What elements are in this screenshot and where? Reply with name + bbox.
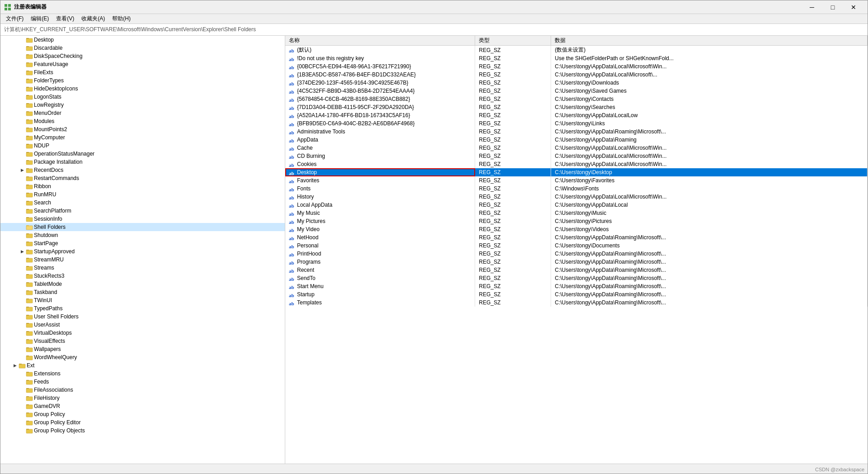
tree-item[interactable]: Shutdown — [0, 231, 285, 239]
tree-item[interactable]: MyComputer — [0, 133, 285, 142]
tree-item[interactable]: Search — [0, 199, 285, 207]
tree-item[interactable]: RecentDocs — [0, 166, 285, 174]
menu-item[interactable]: 收藏夹(A) — [78, 14, 108, 24]
table-row[interactable]: ab !Do not use this registry keyREG_SZUs… — [285, 54, 868, 62]
tree-item[interactable]: Group Policy Objects — [0, 427, 285, 435]
tree-item[interactable]: FileHistory — [0, 394, 285, 402]
tree-item[interactable]: TypedPaths — [0, 304, 285, 313]
cell-type: REG_SZ — [475, 128, 551, 136]
tree-arrow — [19, 231, 26, 239]
tree-item[interactable]: StuckRects3 — [0, 272, 285, 280]
table-row[interactable]: ab FavoritesREG_SZC:\Users\tongy\Favorit… — [285, 176, 868, 185]
menu-item[interactable]: 编辑(E) — [27, 14, 52, 24]
tree-item[interactable]: Group Policy — [0, 410, 285, 418]
table-row[interactable]: ab My VideoREG_SZC:\Users\tongy\Videos — [285, 225, 868, 233]
maximize-button[interactable]: □ — [822, 0, 843, 14]
table-row[interactable]: ab ProgramsREG_SZC:\Users\tongy\AppData\… — [285, 258, 868, 266]
table-row[interactable]: ab HistoryREG_SZC:\Users\tongy\AppData\L… — [285, 193, 868, 201]
tree-item[interactable]: Wallpapers — [0, 345, 285, 353]
tree-item[interactable]: VirtualDesktops — [0, 329, 285, 337]
table-row[interactable]: ab SendToREG_SZC:\Users\tongy\AppData\Ro… — [285, 274, 868, 282]
menu-item[interactable]: 帮助(H) — [108, 14, 134, 24]
table-row[interactable]: ab {1B3EA5DC-B587-4786-B4EF-BD1DC332AEAE… — [285, 71, 868, 79]
tree-item[interactable]: LowRegistry — [0, 101, 285, 109]
table-row[interactable]: ab NetHoodREG_SZC:\Users\tongy\AppData\R… — [285, 233, 868, 242]
table-row[interactable]: ab TemplatesREG_SZC:\Users\tongy\AppData… — [285, 299, 868, 307]
tree-item[interactable]: SessionInfo — [0, 215, 285, 223]
tree-item[interactable]: StartupApproved — [0, 247, 285, 256]
tree-item[interactable]: Modules — [0, 117, 285, 125]
table-row[interactable]: ab Local AppDataREG_SZC:\Users\tongy\App… — [285, 201, 868, 209]
table-row[interactable]: ab PrintHoodREG_SZC:\Users\tongy\AppData… — [285, 250, 868, 258]
tree-item[interactable]: Shell Folders — [0, 223, 285, 231]
tree-item[interactable]: WordWheelQuery — [0, 353, 285, 361]
table-row[interactable]: ab {56784854-C6CB-462B-8169-88E350ACB882… — [285, 95, 868, 103]
table-row[interactable]: ab RecentREG_SZC:\Users\tongy\AppData\Ro… — [285, 266, 868, 274]
table-row[interactable]: ab CacheREG_SZC:\Users\tongy\AppData\Loc… — [285, 144, 868, 152]
table-row[interactable]: ab StartupREG_SZC:\Users\tongy\AppData\R… — [285, 290, 868, 299]
table-row[interactable]: ab Start MenuREG_SZC:\Users\tongy\AppDat… — [285, 282, 868, 290]
tree-label: LowRegistry — [34, 102, 64, 108]
table-row[interactable]: ab CookiesREG_SZC:\Users\tongy\AppData\L… — [285, 160, 868, 168]
tree-item[interactable]: Taskband — [0, 288, 285, 296]
tree-item[interactable]: OperationStatusManager — [0, 150, 285, 158]
tree-item[interactable]: TabletMode — [0, 280, 285, 288]
table-row[interactable]: ab My PicturesREG_SZC:\Users\tongy\Pictu… — [285, 217, 868, 225]
table-row[interactable]: ab CD BurningREG_SZC:\Users\tongy\AppDat… — [285, 152, 868, 160]
table-row[interactable]: ab PersonalREG_SZC:\Users\tongy\Document… — [285, 242, 868, 250]
table-row[interactable]: ab My MusicREG_SZC:\Users\tongy\Music — [285, 209, 868, 217]
table-row[interactable]: ab {4C5C32FF-BB9D-43B0-B5B4-2D72E54EAAA4… — [285, 87, 868, 95]
tree-item[interactable]: StreamMRU — [0, 256, 285, 264]
tree-item[interactable]: User Shell Folders — [0, 313, 285, 321]
folder-icon — [26, 207, 33, 214]
tree-item[interactable]: FileAssociations — [0, 386, 285, 394]
tree-item[interactable]: Feeds — [0, 378, 285, 386]
cell-data: C:\Users\tongy\AppData\Roaming\Microsoft… — [551, 258, 868, 266]
close-button[interactable]: ✕ — [843, 0, 864, 14]
tree-item[interactable]: Ribbon — [0, 182, 285, 190]
table-row[interactable]: ab {374DE290-123F-4565-9164-39C4925E467B… — [285, 79, 868, 87]
tree-item[interactable]: LogonStats — [0, 93, 285, 101]
value-name: {56784854-C6CB-462B-8169-88E350ACB882} — [297, 96, 410, 102]
table-row[interactable]: ab AppDataREG_SZC:\Users\tongy\AppData\R… — [285, 136, 868, 144]
registry-tree[interactable]: Desktop Discardable DiskSpaceChecking Fe… — [0, 36, 285, 464]
menu-item[interactable]: 查看(V) — [52, 14, 78, 24]
svg-rect-103 — [26, 307, 33, 311]
tree-item[interactable]: RunMRU — [0, 190, 285, 199]
menu-item[interactable]: 文件(F) — [2, 14, 27, 24]
value-name: Personal — [297, 242, 318, 249]
tree-item[interactable]: StartPage — [0, 239, 285, 247]
tree-item[interactable]: SearchPlatform — [0, 207, 285, 215]
tree-item[interactable]: NDUP — [0, 142, 285, 150]
tree-item[interactable]: VisualEffects — [0, 337, 285, 345]
tree-item[interactable]: FolderTypes — [0, 76, 285, 85]
tree-item[interactable]: Discardable — [0, 44, 285, 52]
tree-item[interactable]: HideDesktopIcons — [0, 85, 285, 93]
table-row[interactable]: ab (默认)REG_SZ(数值未设置) — [285, 46, 868, 55]
table-row[interactable]: ab FontsREG_SZC:\Windows\Fonts — [285, 185, 868, 193]
table-row[interactable]: ab DesktopREG_SZC:\Users\tongy\Desktop — [285, 168, 868, 176]
tree-item[interactable]: TWinUI — [0, 296, 285, 304]
table-row[interactable]: ab {00BCFC5A-ED94-4E48-96A1-3F6217F21990… — [285, 62, 868, 71]
tree-item[interactable]: Streams — [0, 264, 285, 272]
tree-item[interactable]: Group Policy Editor — [0, 418, 285, 427]
tree-item[interactable]: MenuOrder — [0, 109, 285, 117]
tree-item[interactable]: UserAssist — [0, 321, 285, 329]
tree-item[interactable]: Package Installation — [0, 158, 285, 166]
minimize-button[interactable]: ─ — [802, 0, 822, 14]
tree-item[interactable]: MountPoints2 — [0, 125, 285, 133]
tree-item[interactable]: DiskSpaceChecking — [0, 52, 285, 60]
tree-arrow — [19, 378, 26, 386]
tree-item[interactable]: FileExts — [0, 68, 285, 76]
registry-values[interactable]: 名称 类型 数据 ab (默认)REG_SZ(数值未设置) ab !Do not… — [285, 36, 868, 464]
table-row[interactable]: ab {7D1D3A04-DEBB-4115-95CF-2F29DA2920DA… — [285, 103, 868, 111]
tree-item[interactable]: GameDVR — [0, 402, 285, 410]
tree-item[interactable]: Extensions — [0, 370, 285, 378]
tree-item[interactable]: RestartCommands — [0, 174, 285, 182]
table-row[interactable]: ab Administrative ToolsREG_SZC:\Users\to… — [285, 128, 868, 136]
table-row[interactable]: ab {BFB9D5E0-C6A9-404C-B2B2-AE6DB6AF4968… — [285, 119, 868, 128]
table-row[interactable]: ab {A520A1A4-1780-4FF6-BD18-167343C5AF16… — [285, 111, 868, 119]
tree-item[interactable]: Desktop — [0, 36, 285, 44]
tree-item[interactable]: Ext — [0, 361, 285, 370]
tree-item[interactable]: FeatureUsage — [0, 60, 285, 68]
